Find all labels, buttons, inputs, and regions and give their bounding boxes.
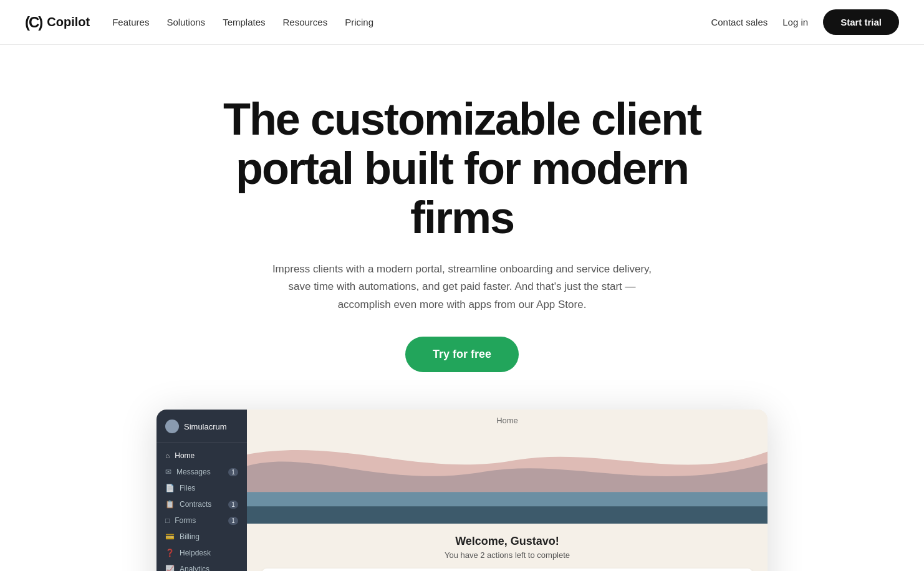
login-link[interactable]: Log in [782,17,808,27]
welcome-title: Welcome, Gustavo! [262,535,753,548]
sidebar-item-helpdesk[interactable]: ❓ Helpdesk [156,545,247,561]
files-icon: 📄 [165,484,175,492]
action-row-form: Fill out 1 form Go to forms [262,569,753,571]
sidebar-item-messages[interactable]: ✉ Messages 1 [156,464,247,480]
sidebar-company-icon [165,420,179,433]
welcome-section: Welcome, Gustavo! You have 2 actions lef… [247,524,768,571]
nav-right: Contact sales Log in Start trial [711,9,899,35]
dashboard-preview: Simulacrum ⌂ Home ✉ Messages 1 📄 Files 📋… [156,410,768,571]
messages-icon: ✉ [165,468,171,476]
sidebar-item-contracts[interactable]: 📋 Contracts 1 [156,496,247,512]
try-for-free-button[interactable]: Try for free [405,337,519,372]
logo[interactable]: (C) Copilot [25,14,90,31]
main-header: Home [247,410,768,431]
contracts-icon: 📋 [165,500,175,509]
dashboard-main: Home Welcome, Gustavo! You have 2 action… [247,410,768,571]
nav-templates[interactable]: Templates [223,17,265,27]
hero-section: The customizable client portal built for… [0,45,924,571]
sidebar-item-messages-label: Messages [176,468,211,476]
sidebar-item-contracts-label: Contracts [180,500,211,509]
sidebar-item-forms-label: Forms [175,516,196,525]
sidebar-item-analytics[interactable]: 📈 Analytics [156,561,247,571]
nav-links: Features Solutions Templates Resources P… [112,17,373,27]
nav-pricing[interactable]: Pricing [345,17,373,27]
sidebar-item-home[interactable]: ⌂ Home [156,448,247,464]
dashboard-sidebar: Simulacrum ⌂ Home ✉ Messages 1 📄 Files 📋… [156,410,247,571]
navbar: (C) Copilot Features Solutions Templates… [0,0,924,45]
sidebar-item-forms[interactable]: □ Forms 1 [156,512,247,529]
analytics-icon: 📈 [165,565,175,571]
wave-svg [247,431,768,524]
sidebar-logo-area: Simulacrum [156,420,247,443]
sidebar-item-helpdesk-label: Helpdesk [180,549,211,557]
welcome-subtitle: You have 2 actions left to complete [262,550,753,560]
sidebar-item-files-label: Files [180,484,195,492]
billing-icon: 💳 [165,532,175,541]
contact-sales-link[interactable]: Contact sales [711,17,768,27]
messages-badge: 1 [228,468,238,476]
nav-features[interactable]: Features [112,17,149,27]
hero-subtitle: Impress clients with a modern portal, st… [269,261,655,315]
sidebar-item-billing[interactable]: 💳 Billing [156,529,247,545]
logo-icon: (C) [25,14,42,31]
action-card: Fill out 1 form Go to forms Sign 1 contr… [262,569,753,571]
hero-title: The customizable client portal built for… [181,95,743,243]
sidebar-item-analytics-label: Analytics [180,565,209,571]
forms-badge: 1 [228,517,238,525]
forms-icon: □ [165,516,170,525]
wave-section [247,431,768,524]
sidebar-item-billing-label: Billing [180,532,200,541]
sidebar-item-home-label: Home [175,451,195,460]
helpdesk-icon: ❓ [165,549,175,557]
sidebar-item-files[interactable]: 📄 Files [156,480,247,496]
home-icon: ⌂ [165,451,170,460]
nav-resources[interactable]: Resources [283,17,328,27]
logo-text: Copilot [47,15,90,29]
start-trial-button[interactable]: Start trial [823,9,899,35]
sidebar-company-name: Simulacrum [184,422,227,431]
contracts-badge: 1 [228,501,238,509]
nav-solutions[interactable]: Solutions [166,17,205,27]
nav-left: (C) Copilot Features Solutions Templates… [25,14,373,31]
